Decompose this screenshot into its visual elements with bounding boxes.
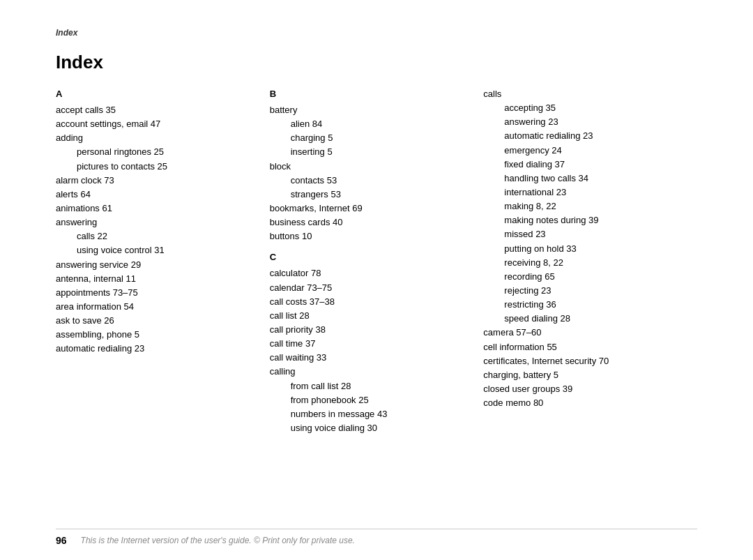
- header-label: Index: [56, 28, 697, 38]
- entry-using-voice-control: using voice control 31: [56, 243, 256, 257]
- entry-strangers: strangers 53: [270, 188, 470, 202]
- entry-emergency: emergency 24: [483, 144, 683, 158]
- entry-recording: recording 65: [483, 270, 683, 284]
- entry-business-cards: business cards 40: [270, 215, 470, 229]
- entry-international: international 23: [483, 186, 683, 199]
- entry-bookmarks-internet: bookmarks, Internet 69: [270, 202, 470, 215]
- section-header-c: C: [270, 252, 470, 262]
- page: Index Index A accept calls 35 account se…: [0, 0, 753, 560]
- entry-automatic-redialing-c: automatic redialing 23: [483, 129, 683, 143]
- entry-answering-service: answering service 29: [56, 258, 256, 272]
- entry-answering: answering: [56, 215, 256, 229]
- entry-camera: camera 57–60: [483, 326, 683, 340]
- entry-inserting: inserting 5: [270, 145, 470, 159]
- entry-battery: battery: [270, 103, 470, 117]
- entry-personal-ringtones: personal ringtones 25: [56, 145, 256, 159]
- entry-cell-information: cell information 55: [483, 340, 683, 354]
- entry-making: making 8, 22: [483, 199, 683, 213]
- entry-calendar: calendar 73–75: [270, 281, 470, 295]
- entry-call-costs: call costs 37–38: [270, 295, 470, 309]
- section-header-a: A: [56, 89, 256, 99]
- entry-closed-user-groups: closed user groups 39: [483, 382, 683, 396]
- entry-answering-23: answering 23: [483, 115, 683, 129]
- main-title: Index: [56, 52, 697, 73]
- entry-receiving: receiving 8, 22: [483, 256, 683, 270]
- col-bc: B battery alien 84 charging 5 inserting …: [270, 87, 484, 435]
- entry-automatic-redialing-a: automatic redialing 23: [56, 342, 256, 356]
- entry-call-list: call list 28: [270, 309, 470, 323]
- entry-making-notes-during: making notes during 39: [483, 213, 683, 227]
- entry-antenna-internal: antenna, internal 11: [56, 272, 256, 286]
- entry-code-memo: code memo 80: [483, 396, 683, 410]
- entry-restricting: restricting 36: [483, 298, 683, 312]
- entry-accept-calls: accept calls 35: [56, 103, 256, 117]
- entry-charging-battery: charging, battery 5: [483, 368, 683, 382]
- col-calls: calls accepting 35 answering 23 automati…: [483, 87, 697, 410]
- entry-pictures-to-contacts: pictures to contacts 25: [56, 160, 256, 174]
- entry-numbers-in-message: numbers in message 43: [270, 407, 470, 421]
- entry-alarm-clock: alarm clock 73: [56, 174, 256, 188]
- footer-text: This is the Internet version of the user…: [81, 536, 355, 545]
- content-columns: A accept calls 35 account settings, emai…: [56, 87, 697, 435]
- entry-charging: charging 5: [270, 131, 470, 145]
- entry-call-waiting: call waiting 33: [270, 351, 470, 365]
- entry-contacts-53: contacts 53: [270, 174, 470, 188]
- entry-handling-two-calls: handling two calls 34: [483, 172, 683, 186]
- entry-block: block: [270, 160, 470, 174]
- entry-area-information: area information 54: [56, 300, 256, 314]
- section-header-b: B: [270, 89, 470, 99]
- entry-speed-dialing: speed dialing 28: [483, 312, 683, 326]
- entry-adding: adding: [56, 131, 256, 145]
- entry-account-settings: account settings, email 47: [56, 117, 256, 131]
- entry-from-call-list: from call list 28: [270, 379, 470, 393]
- entry-certificates: certificates, Internet security 70: [483, 354, 683, 368]
- entry-accepting: accepting 35: [483, 101, 683, 115]
- entry-calling: calling: [270, 365, 470, 379]
- entry-calls-header: calls: [483, 87, 683, 101]
- entry-missed: missed 23: [483, 227, 683, 241]
- col-a: A accept calls 35 account settings, emai…: [56, 87, 270, 356]
- entry-putting-on-hold: putting on hold 33: [483, 242, 683, 256]
- entry-assembling-phone: assembling, phone 5: [56, 328, 256, 342]
- entry-appointments: appointments 73–75: [56, 286, 256, 300]
- footer: 96 This is the Internet version of the u…: [56, 529, 697, 546]
- entry-animations: animations 61: [56, 202, 256, 215]
- entry-using-voice-dialing: using voice dialing 30: [270, 421, 470, 435]
- entry-calculator: calculator 78: [270, 266, 470, 280]
- entry-alerts: alerts 64: [56, 188, 256, 202]
- entry-from-phonebook: from phonebook 25: [270, 393, 470, 407]
- entry-fixed-dialing: fixed dialing 37: [483, 158, 683, 172]
- entry-call-time: call time 37: [270, 337, 470, 351]
- footer-page-number: 96: [56, 535, 67, 546]
- entry-rejecting: rejecting 23: [483, 284, 683, 298]
- entry-buttons: buttons 10: [270, 229, 470, 243]
- entry-ask-to-save: ask to save 26: [56, 314, 256, 328]
- entry-alien: alien 84: [270, 117, 470, 131]
- entry-calls-22: calls 22: [56, 229, 256, 243]
- entry-call-priority: call priority 38: [270, 323, 470, 337]
